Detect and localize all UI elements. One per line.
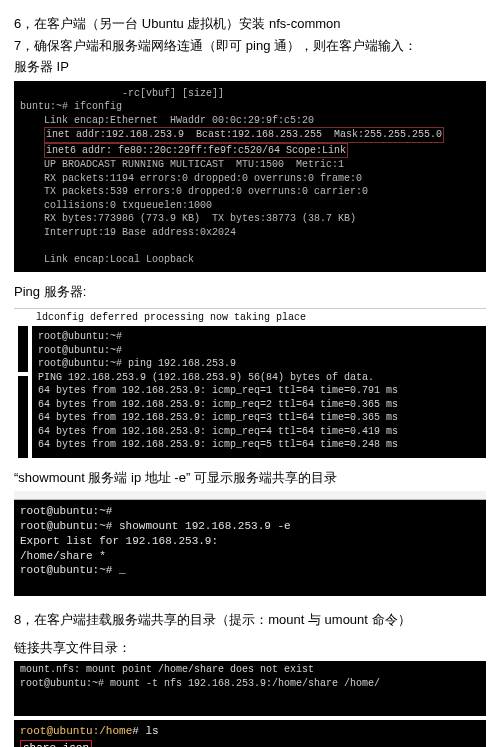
terminal-mount: mount.nfs: mount point /home/share does … (14, 661, 486, 716)
ifconfig-inet6-highlight: inet6 addr: fe80::20c:29ff:fe9f:c520/64 … (44, 143, 348, 159)
ping-line: root@ubuntu:~# (38, 345, 122, 356)
ifconfig-line: Link encap:Ethernet HWaddr 00:0c:29:9f:c… (20, 115, 314, 126)
mount-line: mount.nfs: mount point /home/share does … (20, 664, 314, 675)
terminal-ls: root@ubuntu:/home# ls share.json root@ub… (14, 720, 486, 747)
ifconfig-line: Link encap:Local Loopback (20, 254, 194, 265)
mount-line: root@ubuntu:~# mount -t nfs 192.168.253.… (20, 678, 380, 689)
ifconfig-line: -rc[vbuf] [size]] (20, 88, 224, 99)
showmount-line: root@ubuntu:~# showmount 192.168.253.9 -… (20, 520, 291, 532)
ifconfig-line: collisions:0 txqueuelen:1000 (20, 200, 212, 211)
ping-line: 64 bytes from 192.168.253.9: icmp_req=1 … (38, 385, 398, 396)
ping-line: PING 192.168.253.9 (192.168.253.9) 56(84… (38, 372, 374, 383)
showmount-line: root@ubuntu:~# _ (20, 564, 126, 576)
link-label: 链接共享文件目录： (14, 638, 486, 658)
step-7-text: 7，确保客户端和服务端网络连通（即可 ping 通），则在客户端输入： (14, 36, 486, 56)
ifconfig-line: buntu:~# ifconfig (20, 101, 122, 112)
ifconfig-line: RX bytes:773986 (773.9 KB) TX bytes:3877… (20, 213, 356, 224)
ls-file-highlight: share.json (20, 740, 92, 747)
ifconfig-inet-highlight: inet addr:192.168.253.9 Bcast:192.168.25… (44, 127, 444, 143)
showmount-label: “showmount 服务端 ip 地址 -e” 可显示服务端共享的目录 (14, 468, 486, 488)
terminal-ping-header: ldconfig deferred processing now taking … (14, 308, 486, 327)
prompt-path: :/home (93, 725, 133, 737)
showmount-line: /home/share * (20, 550, 106, 562)
showmount-line: root@ubuntu:~# (20, 505, 112, 517)
server-ip-label: 服务器 IP (14, 57, 486, 77)
ping-line: root@ubuntu:~# ping 192.168.253.9 (38, 358, 236, 369)
prompt-user: root@ubuntu (20, 725, 93, 737)
ping-line: 64 bytes from 192.168.253.9: icmp_req=2 … (38, 399, 398, 410)
ifconfig-line: Interrupt:19 Base address:0x2024 (20, 227, 236, 238)
terminal-titlebar (14, 491, 486, 500)
ping-line: 64 bytes from 192.168.253.9: icmp_req=3 … (38, 412, 398, 423)
ping-line: root@ubuntu:~# (38, 331, 122, 342)
ifconfig-line: RX packets:1194 errors:0 dropped:0 overr… (20, 173, 362, 184)
terminal-showmount: root@ubuntu:~# root@ubuntu:~# showmount … (14, 500, 486, 596)
ping-line: 64 bytes from 192.168.253.9: icmp_req=4 … (38, 426, 398, 437)
ifconfig-line: TX packets:539 errors:0 dropped:0 overru… (20, 186, 368, 197)
ping-line: 64 bytes from 192.168.253.9: icmp_req=5 … (38, 439, 398, 450)
terminal-showmount-wrap: root@ubuntu:~# root@ubuntu:~# showmount … (14, 491, 486, 596)
terminal-ping: root@ubuntu:~# root@ubuntu:~# root@ubunt… (14, 326, 486, 458)
terminal-ifconfig: -rc[vbuf] [size]] buntu:~# ifconfig Link… (14, 81, 486, 273)
ls-cmd: # ls (132, 725, 158, 737)
showmount-line: Export list for 192.168.253.9: (20, 535, 218, 547)
step-6-text: 6，在客户端（另一台 Ubuntu 虚拟机）安装 nfs-common (14, 14, 486, 34)
ping-label: Ping 服务器: (14, 282, 486, 302)
ifconfig-line: UP BROADCAST RUNNING MULTICAST MTU:1500 … (20, 159, 344, 170)
step-8-text: 8，在客户端挂载服务端共享的目录（提示：mount 与 umount 命令） (14, 610, 486, 630)
